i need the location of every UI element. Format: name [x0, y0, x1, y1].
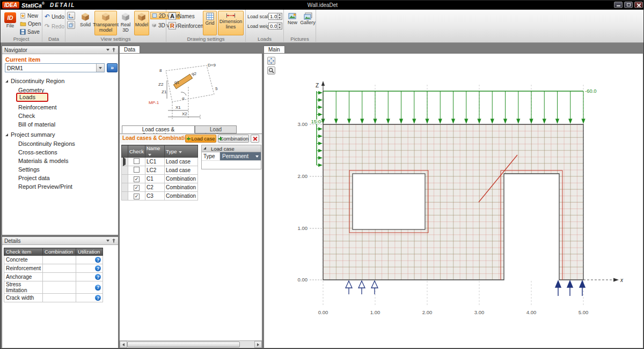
load-case-row[interactable]: ✓C1Combination: [122, 175, 198, 183]
y-axis-ticks: 3.00 2.00 1.00 0.00: [298, 121, 308, 283]
check-checkbox[interactable]: ✓: [134, 176, 140, 182]
tab-main[interactable]: Main: [264, 46, 285, 54]
dimension-lines-toggle[interactable]: Dimension lines: [218, 11, 244, 35]
z-axis: [321, 81, 325, 124]
sidebar-item-check[interactable]: Check: [18, 113, 35, 119]
expander-icon[interactable]: [5, 133, 8, 136]
tab-load-impulses[interactable]: Load impulses: [195, 125, 237, 133]
supports-right[interactable]: [555, 281, 585, 296]
tab-load-cases-combinations[interactable]: Load cases & Combinations: [122, 125, 195, 133]
load-case-row[interactable]: ✓C2Combination: [122, 183, 198, 192]
redo-button[interactable]: ↷ Redo: [45, 23, 64, 30]
close-button[interactable]: [634, 2, 643, 8]
check-checkbox[interactable]: ✓: [134, 194, 140, 199]
load-scale-spinner[interactable]: [277, 13, 282, 19]
sidebar-item-loads[interactable]: Loads: [16, 94, 48, 100]
x-axis-label: x: [620, 277, 624, 283]
svg-text:D=9: D=9: [208, 63, 216, 68]
grid-toggle[interactable]: Grid: [203, 11, 217, 35]
door-opening[interactable]: [504, 174, 559, 280]
sidebar-item-reinforcement[interactable]: Reinforcement: [18, 104, 57, 110]
panel-menu-icon[interactable]: [106, 240, 109, 242]
new-picture-button[interactable]: New: [286, 11, 299, 35]
document-title: Wall.ideaDet: [1, 2, 644, 8]
current-item-combobox[interactable]: DRM1: [5, 63, 105, 72]
gallery-icon: [304, 12, 312, 20]
column-header: Combination: [43, 248, 76, 256]
window-opening[interactable]: [353, 174, 425, 229]
model-button[interactable]: Model: [134, 11, 149, 35]
load-case-row[interactable]: ✓C3Combination: [122, 192, 198, 201]
filter-icon[interactable]: [179, 151, 182, 153]
svg-text:0.00: 0.00: [318, 309, 328, 315]
load-weight-spinner[interactable]: [277, 23, 282, 29]
table-row: Crack width?: [4, 294, 103, 302]
sidebar-item-settings[interactable]: Settings: [18, 166, 40, 173]
check-checkbox[interactable]: ✓: [134, 185, 140, 191]
load-case-row[interactable]: LC2Load case: [122, 166, 198, 175]
transparent-model-button[interactable]: Transparent model: [94, 11, 117, 35]
gallery-button[interactable]: Gallery: [301, 11, 315, 35]
filter-icon[interactable]: [148, 154, 151, 156]
ribbon-group-view-settings: Solid Transparent model Real 3D Model 2D…: [65, 10, 166, 42]
pin-icon[interactable]: [112, 48, 116, 53]
load-case-properties: Load case Type Permanent: [201, 145, 261, 169]
help-icon[interactable]: ?: [95, 285, 101, 291]
horizontal-scrollbar[interactable]: [120, 340, 262, 348]
save-button[interactable]: Save: [20, 28, 40, 35]
view-tool-button-2[interactable]: [67, 21, 75, 29]
scroll-left-button[interactable]: [120, 341, 127, 348]
delete-button[interactable]: [251, 135, 259, 143]
top-distributed-load[interactable]: [321, 91, 585, 124]
real-3d-cube-icon: [121, 12, 130, 22]
load-scale-input[interactable]: 1.0: [268, 13, 282, 20]
help-icon[interactable]: ?: [95, 295, 101, 301]
tree-section-project-summary[interactable]: Project summary: [5, 131, 55, 138]
open-button[interactable]: Open: [20, 20, 41, 27]
pin-icon[interactable]: [112, 239, 116, 243]
sidebar-item-discontinuity-regions[interactable]: Discontinuity Regions: [18, 140, 75, 147]
add-load-case-button[interactable]: Load case: [185, 135, 216, 143]
delete-icon: [253, 137, 257, 141]
table-row: Concrete?: [4, 256, 103, 264]
ribbon-group-project: ID File New Open Save Project: [1, 10, 42, 42]
help-icon[interactable]: ?: [95, 265, 101, 271]
panel-menu-icon[interactable]: [106, 49, 109, 51]
scrollbar-thumb[interactable]: [127, 341, 240, 347]
sidebar-item-materials-models[interactable]: Materials & models: [18, 158, 69, 164]
main-view-panel: Z x -60.0 15.0 3.00 2.00 1.00 0.00 0.00 …: [264, 53, 643, 348]
help-icon[interactable]: ?: [95, 274, 101, 280]
names-toggle[interactable]: A Names: [169, 12, 195, 20]
sidebar-item-cross-sections[interactable]: Cross-sections: [18, 149, 57, 155]
file-button[interactable]: ID File: [3, 11, 18, 35]
go-to-item-button[interactable]: »: [107, 63, 118, 72]
type-select[interactable]: Permanent: [220, 152, 261, 160]
supports-left[interactable]: [346, 281, 378, 294]
check-checkbox[interactable]: [134, 167, 140, 173]
expander-icon[interactable]: [5, 80, 8, 83]
scroll-right-button[interactable]: [254, 341, 262, 348]
left-distributed-load[interactable]: [317, 91, 323, 167]
view-tool-button-1[interactable]: [67, 12, 75, 20]
tree-section-discontinuity-region[interactable]: Discontinuity Region: [5, 78, 64, 84]
sidebar-item-report-preview-print[interactable]: Report Preview/Print: [18, 183, 72, 190]
new-project-button[interactable]: New: [20, 12, 38, 19]
load-weight-input[interactable]: 0.0: [268, 23, 282, 29]
sidebar-item-bill-of-material[interactable]: Bill of material: [18, 121, 55, 128]
svg-text:Z1: Z1: [162, 90, 167, 94]
solid-button[interactable]: Solid: [77, 11, 93, 35]
zoom-button[interactable]: [267, 66, 275, 75]
check-checkbox[interactable]: [134, 158, 140, 164]
fit-view-button[interactable]: [267, 57, 275, 65]
tab-data[interactable]: Data: [119, 46, 140, 54]
load-case-row[interactable]: LC1Load case: [122, 158, 198, 166]
sidebar-item-project-data[interactable]: Project data: [18, 175, 50, 181]
maximize-button[interactable]: [624, 2, 633, 8]
combo-dropdown-icon[interactable]: [96, 64, 104, 72]
help-icon[interactable]: ?: [95, 257, 101, 263]
real-3d-button[interactable]: Real 3D: [118, 11, 133, 35]
undo-button[interactable]: ↶ Undo: [45, 13, 64, 20]
add-combination-button[interactable]: Combination: [218, 135, 249, 143]
minimize-button[interactable]: [614, 2, 623, 8]
properties-header[interactable]: Load case: [202, 145, 261, 152]
